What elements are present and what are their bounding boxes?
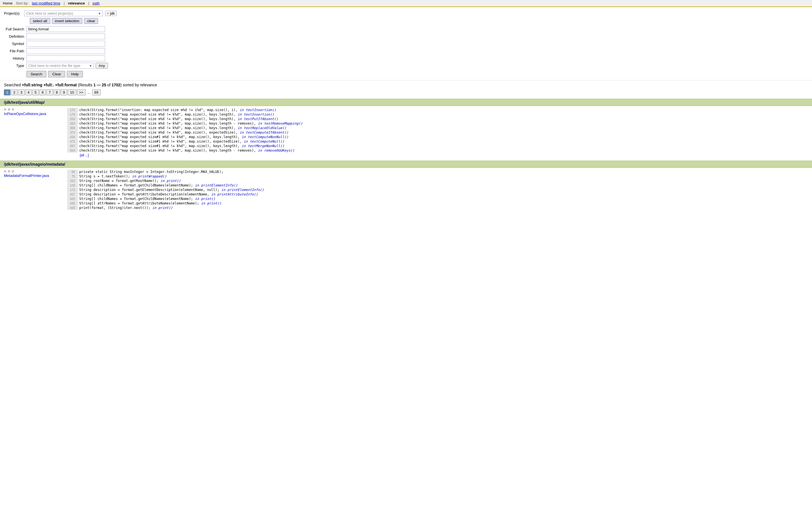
code-text: String s = t.nextToken(); in printWrappe…	[79, 174, 808, 178]
line-number[interactable]: 259	[67, 117, 78, 121]
project-select[interactable]: Click here to select project(s)	[24, 10, 103, 16]
function-link[interactable]: in printWrapped()	[132, 174, 167, 178]
code-text: print(format, (String)iter.next()); in p…	[79, 206, 808, 210]
code-text: check(String.format("map expected size m…	[79, 117, 808, 121]
function-link[interactable]: in testRemoveMapping()	[258, 122, 303, 126]
type-any-button[interactable]: Any	[96, 63, 108, 69]
line-number[interactable]: 420	[67, 197, 78, 201]
line-number[interactable]: 129	[67, 183, 78, 187]
code-line: 308check(String.format("map expected siz…	[67, 126, 808, 130]
page-btn-3[interactable]: 3	[18, 90, 25, 95]
page-btn-7[interactable]: 7	[46, 90, 53, 95]
code-text: String[] childNames = format.getChildNam…	[79, 197, 808, 201]
function-link[interactable]: in printAttributeInfo()	[211, 192, 258, 196]
file-group-header: /jdk/test/java/util/Map/	[0, 99, 812, 106]
sort-path[interactable]: path	[93, 1, 100, 5]
function-link[interactable]: in print()	[160, 179, 181, 183]
line-number[interactable]: 554	[67, 148, 78, 152]
file-path-input[interactable]	[27, 48, 105, 54]
definition-row: Definition	[4, 33, 808, 39]
function-link[interactable]: in print()	[195, 197, 215, 201]
sort-sep-1: |	[64, 1, 65, 5]
function-link[interactable]: in testComputeNonNull()	[242, 135, 288, 139]
code-line: 172check(String.format("insertion: map e…	[67, 108, 808, 112]
search-button[interactable]: Search	[27, 71, 46, 77]
file-group-path-link[interactable]: /jdk/test/java/util/Map/	[4, 100, 45, 105]
symbol-input[interactable]	[27, 41, 105, 47]
code-line: 129String[] childNames = format.getChild…	[67, 183, 808, 188]
clear-projects-button[interactable]: clear	[84, 18, 98, 24]
function-link[interactable]: in printElementInfo()	[195, 183, 238, 187]
function-link[interactable]: in testPutIfAbsent()	[238, 117, 279, 121]
function-link[interactable]: in removeOddKeys()	[258, 148, 294, 152]
page-btn-8[interactable]: 8	[54, 90, 60, 95]
select-all-button[interactable]: select all	[30, 18, 50, 24]
function-link[interactable]: in testComputeIfAbsent()	[240, 131, 288, 134]
page-btn-4[interactable]: 4	[25, 90, 32, 95]
clear-button[interactable]: Clear	[48, 71, 65, 77]
history-row: History	[4, 56, 808, 61]
page-btn-10[interactable]: 10	[68, 90, 76, 95]
line-number[interactable]: 172	[67, 108, 78, 112]
function-link[interactable]: in testInsertion()	[238, 112, 274, 116]
line-number[interactable]: 56	[67, 170, 78, 174]
line-number[interactable]: 75	[67, 174, 78, 178]
function-link[interactable]: in print()	[201, 201, 221, 205]
page-btn-69[interactable]: 69	[92, 90, 101, 95]
history-label: History	[4, 56, 27, 61]
line-number[interactable]: 102	[67, 179, 78, 183]
type-select-wrapper: Click here to restrict the file type ▼	[27, 63, 94, 69]
full-search-label: Full Search	[4, 27, 27, 31]
line-number[interactable]: 172	[67, 188, 78, 192]
line-number[interactable]: 472	[67, 139, 78, 143]
line-number[interactable]: 434	[67, 135, 78, 139]
nav-home[interactable]: Home	[3, 1, 13, 5]
symbol-label: Symbol	[4, 42, 27, 46]
line-number[interactable]: 308	[67, 126, 78, 130]
line-number[interactable]: 257	[67, 192, 78, 196]
function-link[interactable]: in testReplaceOldValue()	[238, 126, 286, 130]
page-btn-1[interactable]: 1	[4, 90, 10, 95]
full-search-row: Full Search	[4, 26, 808, 32]
results-area: /jdk/test/java/util/Map/H A DInPlaceOpsC…	[0, 99, 812, 217]
project-tag-label: jdk	[110, 11, 115, 15]
function-link[interactable]: in testMergeNonNull()	[242, 144, 284, 148]
line-number[interactable]: 443	[67, 206, 78, 210]
page-btn-6[interactable]: 6	[39, 90, 46, 95]
history-input[interactable]	[27, 56, 105, 61]
file-had-label: H A D	[4, 108, 14, 111]
page-btn-9[interactable]: 9	[61, 90, 67, 95]
help-button[interactable]: Help	[67, 71, 83, 77]
code-text: check(String.format("map expected size m…	[79, 112, 808, 116]
search-area: Project(s) Click here to select project(…	[0, 7, 812, 80]
file-name-link[interactable]: MetadataFormatPrinter.java	[4, 173, 49, 178]
code-text: check(String.format("map expected size m…	[79, 122, 808, 126]
line-number[interactable]: 373	[67, 131, 78, 134]
sort-relevance[interactable]: relevance	[68, 1, 85, 5]
function-link[interactable]: in testComputeNull()	[244, 139, 284, 143]
type-select[interactable]: Click here to restrict the file type	[27, 63, 94, 69]
code-text: String description = format.getAttribute…	[79, 192, 808, 196]
sort-last-modified[interactable]: last modified time	[32, 1, 60, 5]
top-nav: Home Sort by: last modified time | relev…	[0, 0, 812, 7]
project-tag-x-icon[interactable]: ×	[107, 11, 109, 15]
page-btn-2[interactable]: 2	[11, 90, 17, 95]
page-btn->>[interactable]: >>	[77, 90, 86, 95]
all-results-link[interactable]: [all ...]	[80, 153, 89, 157]
file-name-link[interactable]: InPlaceOpsCollisions.java	[4, 112, 46, 116]
line-number[interactable]: 179	[67, 112, 78, 116]
definition-input[interactable]	[27, 33, 105, 39]
file-group-path-link[interactable]: /jdk/test/javax/imageio/metadata/	[4, 162, 65, 167]
line-number[interactable]: 435	[67, 201, 78, 205]
full-search-input[interactable]	[27, 26, 105, 32]
function-link[interactable]: in testInsertion()	[240, 108, 276, 112]
function-link[interactable]: in print()	[152, 206, 173, 210]
invert-selection-button[interactable]: invert selection	[52, 18, 83, 24]
line-number[interactable]: 283	[67, 122, 78, 126]
function-link[interactable]: in printElementInfo()	[221, 188, 264, 192]
code-line: 259check(String.format("map expected siz…	[67, 117, 808, 121]
code-line: 435String[] attrNames = format.getAttrib…	[67, 201, 808, 206]
page-btn-5[interactable]: 5	[32, 90, 39, 95]
code-text: String description = format.getElementDe…	[79, 188, 808, 192]
line-number[interactable]: 497	[67, 144, 78, 148]
